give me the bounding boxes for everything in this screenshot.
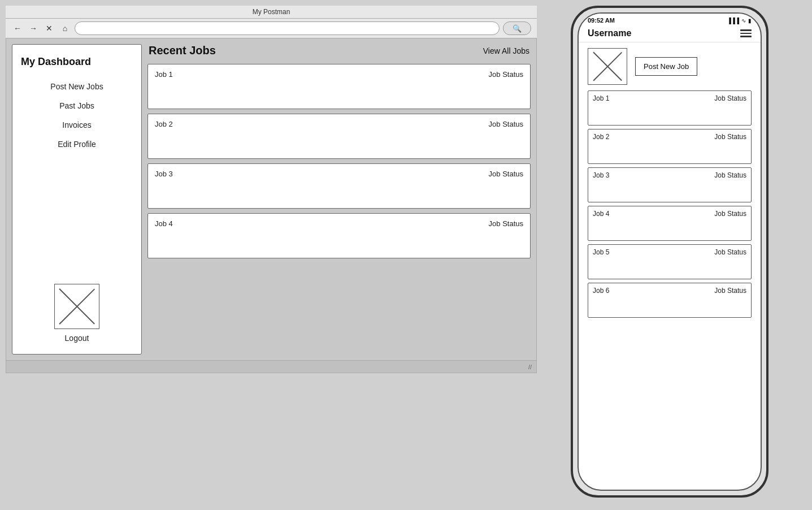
job-name: Job 2 [593,133,609,141]
job-name: Job 3 [593,171,609,179]
job-name: Job 4 [155,219,173,228]
job-status: Job Status [489,170,523,178]
sidebar-item-past-jobs[interactable]: Past Jobs [59,101,94,110]
recent-jobs-title: Recent Jobs [149,44,216,57]
job-name: Job 5 [593,248,609,256]
list-item[interactable]: Job 2 Job Status [588,129,752,164]
main-header: Recent Jobs View All Jobs [147,44,531,57]
desktop-browser: My Postman ← → ✕ ⌂ 🔍 My Dashboard Post N… [6,6,537,373]
sidebar-item-edit-profile[interactable]: Edit Profile [58,140,96,149]
main-content: Recent Jobs View All Jobs Job 1 Job Stat… [147,44,531,355]
sidebar-item-post-new-jobs[interactable]: Post New Jobs [50,82,103,91]
search-button[interactable]: 🔍 [503,21,531,35]
view-all-jobs-link[interactable]: View All Jobs [483,46,529,55]
sidebar-nav: Post New Jobs Past Jobs Invoices Edit Pr… [21,82,133,149]
battery-icon: ▮ [748,18,752,24]
mobile-section: 09:52 AM ▐▐▐ ∿ ▮ Username Post N [571,6,768,498]
table-row[interactable]: Job 1 Job Status [147,64,531,109]
wifi-icon: ∿ [741,18,746,24]
job-name: Job 1 [593,94,609,102]
phone-status-bar: 09:52 AM ▐▐▐ ∿ ▮ [579,14,761,25]
avatar [588,48,627,85]
job-name: Job 1 [155,70,173,79]
url-bar[interactable] [75,21,500,35]
list-item[interactable]: Job 6 Job Status [588,283,752,318]
job-status: Job Status [489,70,523,79]
job-name: Job 4 [593,210,609,218]
forward-icon[interactable]: → [27,23,40,33]
post-new-job-button[interactable]: Post New Job [635,57,697,76]
list-item[interactable]: Job 1 Job Status [588,90,752,126]
sidebar: My Dashboard Post New Jobs Past Jobs Inv… [12,44,142,355]
job-status: Job Status [714,94,746,102]
job-status: Job Status [714,133,746,141]
job-name: Job 3 [155,170,173,178]
phone-outer: 09:52 AM ▐▐▐ ∿ ▮ Username Post N [571,6,768,498]
job-status: Job Status [714,287,746,295]
job-name: Job 6 [593,287,609,295]
job-status: Job Status [714,210,746,218]
home-icon[interactable]: ⌂ [59,23,71,33]
job-status: Job Status [714,171,746,179]
table-row[interactable]: Job 2 Job Status [147,114,531,159]
sidebar-item-invoices[interactable]: Invoices [62,120,91,129]
phone-header: Username [579,25,761,42]
browser-url-row: ← → ✕ ⌂ 🔍 [6,19,537,38]
browser-content: My Dashboard Post New Jobs Past Jobs Inv… [6,38,537,361]
signal-icon: ▐▐▐ [727,18,739,24]
back-icon[interactable]: ← [11,23,24,33]
job-status: Job Status [714,248,746,256]
sidebar-title: My Dashboard [21,56,91,68]
jobs-list: Job 1 Job Status Job 2 Job Status Job 3 … [147,64,531,258]
resize-handle: // [528,364,532,370]
table-row[interactable]: Job 4 Job Status [147,213,531,258]
job-status: Job Status [489,219,523,228]
job-name: Job 2 [155,120,173,128]
phone-time: 09:52 AM [588,17,615,24]
job-status: Job Status [489,120,523,128]
phone-profile-row: Post New Job [579,42,761,90]
phone-jobs-list: Job 1 Job Status Job 2 Job Status Job 3 … [579,90,761,490]
browser-nav-icons: ← → ✕ ⌂ [11,23,71,33]
phone-status-icons: ▐▐▐ ∿ ▮ [727,18,752,24]
list-item[interactable]: Job 3 Job Status [588,167,752,202]
close-icon[interactable]: ✕ [43,23,55,33]
browser-title: My Postman [253,8,290,16]
browser-footer: // [6,361,537,373]
list-item[interactable]: Job 5 Job Status [588,244,752,279]
phone-inner: 09:52 AM ▐▐▐ ∿ ▮ Username Post N [577,12,762,491]
phone-username: Username [588,28,631,38]
hamburger-menu-icon[interactable] [740,29,752,37]
browser-title-bar: My Postman [6,6,537,19]
list-item[interactable]: Job 4 Job Status [588,206,752,241]
logout-button[interactable]: Logout [65,334,89,343]
avatar [54,284,99,329]
table-row[interactable]: Job 3 Job Status [147,163,531,209]
